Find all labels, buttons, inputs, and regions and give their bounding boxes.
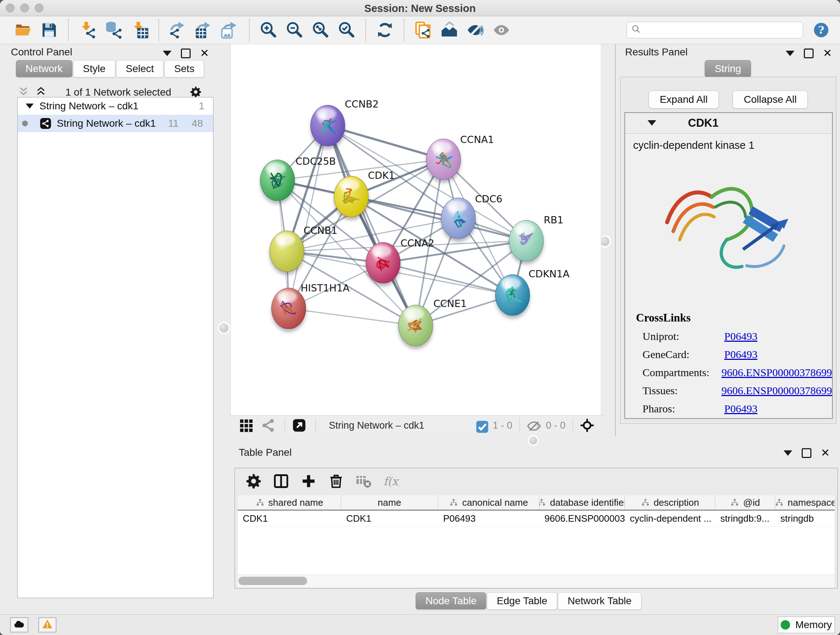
table-cell: stringdb — [775, 510, 835, 526]
open-session-button[interactable] — [13, 19, 34, 41]
network-node-cdc25b[interactable] — [260, 160, 295, 201]
network-node-rb1[interactable] — [509, 220, 544, 261]
expand-all-button[interactable]: Expand All — [649, 90, 719, 109]
cloud-status-button[interactable] — [10, 617, 28, 632]
column-header-shared-name[interactable]: shared name — [238, 495, 341, 510]
crosslink-label: Compartments: — [643, 366, 722, 379]
zoom-selected-button[interactable] — [336, 19, 357, 41]
toolbar-separator — [404, 19, 404, 41]
table-horizontal-scrollbar[interactable] — [238, 575, 835, 587]
export-table-button[interactable] — [194, 19, 215, 41]
column-header-name[interactable]: name — [341, 495, 438, 510]
float-results-icon[interactable] — [804, 49, 813, 58]
network-view-icon[interactable] — [261, 418, 276, 433]
network-node-cdkn1a[interactable] — [495, 274, 530, 316]
hide-selected-button[interactable] — [465, 19, 486, 41]
save-session-button[interactable] — [39, 19, 60, 41]
zoom-fit-button[interactable] — [310, 19, 331, 41]
crosslink-link[interactable]: P06493 — [724, 402, 758, 415]
selected-checkbox-icon[interactable] — [475, 419, 487, 432]
close-panel-icon[interactable]: ✕ — [200, 48, 209, 59]
crosslink-link[interactable]: 9606.ENSP00000378699 — [722, 385, 832, 397]
node-structure-thumbnail — [404, 313, 428, 337]
gear-table-button[interactable] — [245, 473, 262, 489]
bottom-splitter-handle[interactable] — [529, 437, 537, 445]
tab-select[interactable]: Select — [116, 60, 164, 77]
tab-edge-table[interactable]: Edge Table — [487, 592, 557, 609]
column-header-canonical-name[interactable]: canonical name — [438, 495, 539, 510]
duplicate-network-button[interactable] — [413, 19, 434, 41]
warning-status-button[interactable] — [38, 617, 57, 632]
network-row[interactable]: String Network – cdk1 11 48 — [18, 115, 213, 132]
tab-node-table[interactable]: Node Table — [416, 592, 486, 609]
zoom-in-button[interactable] — [258, 19, 279, 41]
crosslink-link[interactable]: P06493 — [724, 330, 758, 342]
network-edge[interactable] — [328, 126, 416, 325]
trash-table-button[interactable] — [328, 473, 344, 489]
import-database-button[interactable] — [103, 19, 124, 41]
network-type-icon — [39, 117, 52, 130]
save-session-icon — [40, 21, 58, 40]
results-panel: Results Panel ✕ String Expand AllCollaps… — [615, 44, 840, 436]
left-splitter-handle[interactable] — [219, 323, 229, 333]
import-network-button[interactable] — [77, 19, 98, 41]
search-box[interactable] — [627, 22, 803, 38]
zoom-out-button[interactable] — [284, 19, 305, 41]
close-table-icon[interactable]: ✕ — [821, 448, 830, 458]
refresh-button[interactable] — [374, 19, 395, 41]
scrollbar-thumb[interactable] — [238, 577, 307, 585]
tab-network[interactable]: Network — [16, 60, 73, 77]
crosslink-link[interactable]: 9606.ENSP00000378699 — [722, 366, 832, 379]
table-row[interactable]: CDK1CDK1P064939606.ENSP00000378699cyclin… — [238, 510, 835, 527]
show-all-button[interactable] — [491, 19, 512, 41]
birdseye-view-icon[interactable] — [579, 418, 595, 433]
network-edge[interactable] — [289, 309, 416, 325]
export-image-button[interactable] — [219, 19, 240, 41]
collapse-results-icon[interactable] — [786, 51, 794, 56]
collapse-all-button[interactable]: Collapse All — [733, 90, 808, 109]
search-input[interactable] — [642, 24, 799, 36]
collapse-panel-icon[interactable] — [163, 51, 172, 56]
node-label-cdc6: CDC6 — [475, 193, 502, 204]
detach-view-icon[interactable] — [292, 418, 307, 433]
close-results-icon[interactable]: ✕ — [823, 48, 832, 59]
column-header-database-identifier[interactable]: database identifier — [539, 495, 625, 510]
tab-string[interactable]: String — [705, 60, 751, 77]
network-node-ccna2[interactable] — [366, 242, 401, 283]
import-table-button[interactable] — [129, 19, 150, 41]
grid-view-icon[interactable] — [238, 418, 254, 433]
plus-table-button[interactable] — [300, 473, 317, 489]
help-button[interactable]: ? — [813, 21, 830, 39]
network-edge[interactable] — [289, 126, 328, 309]
crosslink-link[interactable]: P06493 — [724, 348, 758, 361]
network-node-cdk1[interactable] — [334, 176, 369, 217]
tree-expand-icon[interactable] — [26, 103, 34, 109]
tab-sets[interactable]: Sets — [164, 60, 204, 77]
crosslink-label: GeneCard: — [643, 348, 724, 361]
column-header-namespace[interactable]: namespace — [775, 495, 835, 510]
network-collection-row[interactable]: String Network – cdk1 1 — [18, 97, 213, 115]
tab-network-table[interactable]: Network Table — [558, 592, 641, 609]
network-node-ccne1[interactable] — [398, 305, 433, 346]
results-panel-title: Results Panel — [625, 46, 688, 58]
float-panel-icon[interactable] — [181, 49, 191, 58]
first-neighbors-button[interactable] — [439, 19, 460, 41]
float-table-icon[interactable] — [802, 448, 812, 458]
export-network-button[interactable] — [167, 19, 188, 41]
network-edge[interactable] — [328, 126, 444, 159]
network-node-cdc6[interactable] — [441, 198, 476, 239]
memory-button[interactable]: Memory — [778, 616, 835, 633]
column-header-description[interactable]: description — [625, 495, 715, 510]
zoom-selected-icon — [337, 21, 356, 40]
collapse-entry-icon[interactable] — [647, 120, 656, 126]
network-canvas[interactable]: CCNB2CCNA1CDC25BCDK1CDC6RB1CCNB1CCNA2CDK… — [231, 44, 601, 415]
collapse-table-icon[interactable] — [783, 450, 792, 456]
column-header-id[interactable]: @id — [715, 495, 775, 510]
network-node-hist1h1a[interactable] — [271, 288, 306, 329]
hidden-eye-icon[interactable] — [526, 418, 540, 432]
columns-table-button[interactable] — [273, 473, 289, 489]
network-node-ccna1[interactable] — [426, 139, 461, 180]
network-node-ccnb2[interactable] — [310, 105, 345, 146]
tab-style[interactable]: Style — [73, 60, 115, 77]
network-node-ccnb1[interactable] — [270, 231, 304, 272]
